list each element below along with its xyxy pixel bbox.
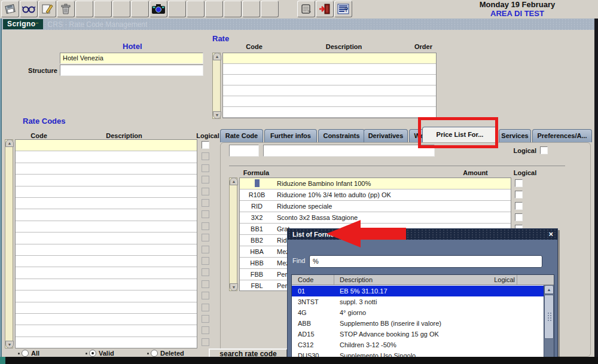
dialog-list-row[interactable]: 01EB 5% 31.10.17 <box>292 286 545 296</box>
dialog-row-code: ABB <box>298 318 311 329</box>
toolbar-button[interactable] <box>187 1 205 17</box>
radio-deleted[interactable] <box>151 350 158 357</box>
rate-codes-row[interactable] <box>16 140 197 151</box>
rate-table-row[interactable] <box>223 64 436 75</box>
tab-services[interactable]: Services <box>499 129 531 142</box>
rate-codes-table[interactable] <box>15 139 197 348</box>
scroll-up-icon[interactable]: ▲ <box>230 178 238 185</box>
logical-checkbox[interactable] <box>202 141 209 149</box>
rate-codes-row[interactable] <box>16 314 197 325</box>
hotel-field[interactable]: Hotel Venezia <box>60 53 203 64</box>
formula-list[interactable]: Code Description Logical 01EB 5% 31.10.1… <box>291 274 554 364</box>
rate-code-field[interactable] <box>229 145 259 157</box>
formula-row[interactable]: R10BRiduzione 10% 3/4 letto adulto (pp) … <box>240 189 511 201</box>
toolbar-button[interactable] <box>94 1 112 17</box>
structure-field[interactable] <box>60 65 203 76</box>
logical-checkbox[interactable] <box>515 179 523 187</box>
scroll-down-icon[interactable]: ▼ <box>213 111 221 119</box>
formula-col-logical: Logical <box>508 169 542 176</box>
camera-icon[interactable] <box>150 1 167 17</box>
formula-row[interactable]: Riduzione Bambino Infant 100% <box>240 178 511 189</box>
rate-table-row[interactable] <box>223 75 436 85</box>
toolbar-button[interactable] <box>131 1 149 17</box>
rate-codes-row[interactable] <box>16 175 197 186</box>
formula-code: FBL <box>240 280 274 291</box>
find-input[interactable]: % <box>309 255 542 268</box>
rate-codes-row[interactable] <box>16 209 197 221</box>
toolbar-button[interactable] <box>242 1 260 17</box>
rate-codes-row[interactable] <box>16 302 197 314</box>
toolbar-button[interactable] <box>75 1 93 17</box>
radio-all[interactable] <box>22 350 29 357</box>
rate-table-row[interactable] <box>223 96 436 107</box>
scrollbar-thumb[interactable] <box>544 295 554 339</box>
rate-table[interactable] <box>222 53 437 118</box>
toolbar-button[interactable] <box>168 1 186 17</box>
rate-codes-row[interactable] <box>16 279 197 290</box>
toolbar-button[interactable] <box>261 1 279 17</box>
rate-codes-row[interactable] <box>16 186 197 198</box>
formula-scrollbar[interactable]: ▲ ▼ <box>229 178 237 291</box>
clipboard-icon[interactable] <box>297 1 315 17</box>
formula-row[interactable]: RIDRiduzione speciale <box>240 201 511 212</box>
radio-valid[interactable] <box>89 350 96 357</box>
tab-rate-code[interactable]: Rate Code <box>220 129 263 142</box>
dialog-list-scrollbar[interactable]: ▲ <box>544 285 554 364</box>
logical-checkbox <box>202 246 209 253</box>
dialog-list-row[interactable]: 4G4° giorno <box>292 307 545 318</box>
tab-preferences-a-[interactable]: Preferences/A... <box>532 129 592 142</box>
logical-checkbox[interactable] <box>515 213 523 221</box>
toolbar-button[interactable] <box>224 1 242 17</box>
toolbar-button[interactable] <box>205 1 223 17</box>
rate-codes-scrollbar[interactable]: ▲ ▼ <box>5 139 13 348</box>
rate-scrollbar[interactable]: ▲ ▼ <box>212 53 221 119</box>
rate-description-field[interactable] <box>263 145 435 157</box>
rate-table-row[interactable] <box>223 107 436 118</box>
camera-icon <box>151 4 166 14</box>
help-notes-icon[interactable]: ? <box>334 1 352 17</box>
formula-description: Sconto 3x2 Bassa Stagione <box>277 212 444 224</box>
rate-codes-row[interactable] <box>16 221 197 233</box>
rate-codes-row[interactable] <box>16 163 197 175</box>
rate-codes-row[interactable] <box>16 337 197 348</box>
delete-trash-icon[interactable] <box>57 1 75 17</box>
rate-codes-row[interactable] <box>16 325 197 337</box>
radio-option-valid[interactable]: Valid <box>86 350 114 357</box>
close-icon[interactable]: × <box>548 229 553 240</box>
logical-checkbox[interactable] <box>515 191 523 198</box>
dialog-list-row[interactable]: AD15STOP Advance booking 15 gg OK <box>292 329 545 339</box>
scroll-up-icon[interactable]: ▲ <box>5 139 14 147</box>
rate-table-row[interactable] <box>223 85 436 96</box>
rate-codes-row[interactable] <box>16 256 197 267</box>
scroll-up-icon[interactable]: ▲ <box>544 285 554 294</box>
find-glasses-icon[interactable] <box>20 1 38 17</box>
dialog-row-code: AD15 <box>298 329 315 339</box>
dialog-list-row[interactable]: C312Children 3-12 -50% <box>292 339 545 350</box>
toolbar-button[interactable] <box>112 1 130 17</box>
formula-col-formula: Formula <box>239 169 273 176</box>
rate-codes-row[interactable] <box>16 151 197 163</box>
panel-logical-checkbox[interactable] <box>540 146 548 154</box>
tab-further-infos[interactable]: Further infos <box>264 129 317 142</box>
exit-door-icon[interactable] <box>316 1 334 17</box>
rate-codes-row[interactable] <box>16 198 197 209</box>
rate-codes-row[interactable] <box>16 244 197 256</box>
rate-table-row[interactable] <box>223 53 436 64</box>
dialog-list-row[interactable]: ABBSupplemento BB (inserire il valore) <box>292 318 545 329</box>
radio-option-deleted[interactable]: Deleted <box>147 350 184 357</box>
rate-codes-row[interactable] <box>16 233 197 244</box>
rate-codes-row[interactable] <box>16 290 197 302</box>
svg-text:?: ? <box>344 7 348 13</box>
formula-row[interactable]: 3X2Sconto 3x2 Bassa Stagione <box>240 212 511 224</box>
tab-derivatives[interactable]: Derivatives <box>364 129 408 142</box>
radio-option-all[interactable]: All <box>18 350 39 357</box>
logical-checkbox[interactable] <box>515 202 523 210</box>
scroll-down-icon[interactable]: ▼ <box>5 341 14 348</box>
edit-icon[interactable] <box>38 1 56 17</box>
rate-codes-row[interactable] <box>16 267 197 279</box>
save-icon[interactable] <box>1 1 19 17</box>
scroll-down-icon[interactable]: ▼ <box>230 283 238 291</box>
dialog-list-row[interactable]: 3NTSTsuppl. 3 notti <box>292 296 545 307</box>
tab-constraints[interactable]: Constraints <box>318 129 365 142</box>
scroll-up-icon[interactable]: ▲ <box>213 53 221 60</box>
